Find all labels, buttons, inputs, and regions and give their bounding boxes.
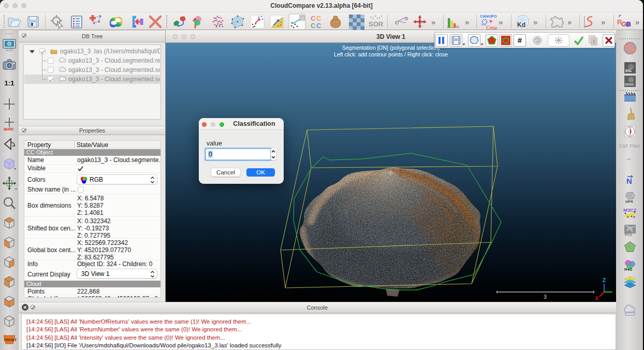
svg-text:C: C (316, 22, 321, 30)
svg-text:FRONT: FRONT (4, 338, 17, 342)
svg-text:Create: Create (486, 25, 497, 31)
svg-text:X: X (595, 296, 599, 301)
svg-text:R●D: R●D (624, 267, 633, 272)
svg-text:B: B (626, 20, 631, 28)
svg-text:C: C (311, 14, 316, 22)
svg-text:auto: auto (4, 126, 14, 132)
svg-text:HPR: HPR (625, 200, 633, 203)
svg-text:3: 3 (544, 294, 547, 300)
svg-text:C: C (316, 14, 321, 22)
svg-text:PCV: PCV (625, 233, 633, 237)
svg-text:SSAO: SSAO (625, 83, 634, 86)
svg-text:CANUPO: CANUPO (480, 14, 497, 19)
svg-text:C: C (311, 22, 316, 30)
svg-text:Z: Z (603, 278, 606, 283)
svg-text:SOR: SOR (369, 20, 384, 28)
svg-text:EDL: EDL (625, 69, 632, 72)
svg-text:Kd: Kd (517, 21, 525, 28)
